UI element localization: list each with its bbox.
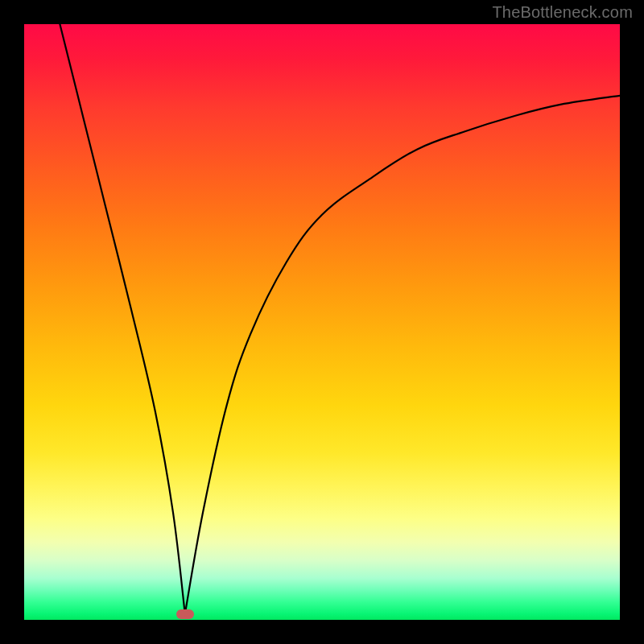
marker-bump	[176, 609, 194, 619]
plot-area	[24, 24, 620, 620]
curve-right-branch	[185, 96, 620, 614]
curve-left-branch	[60, 24, 184, 614]
watermark-text: TheBottleneck.com	[492, 3, 633, 22]
chart-frame: TheBottleneck.com	[0, 0, 644, 644]
bottleneck-curve	[24, 24, 620, 620]
